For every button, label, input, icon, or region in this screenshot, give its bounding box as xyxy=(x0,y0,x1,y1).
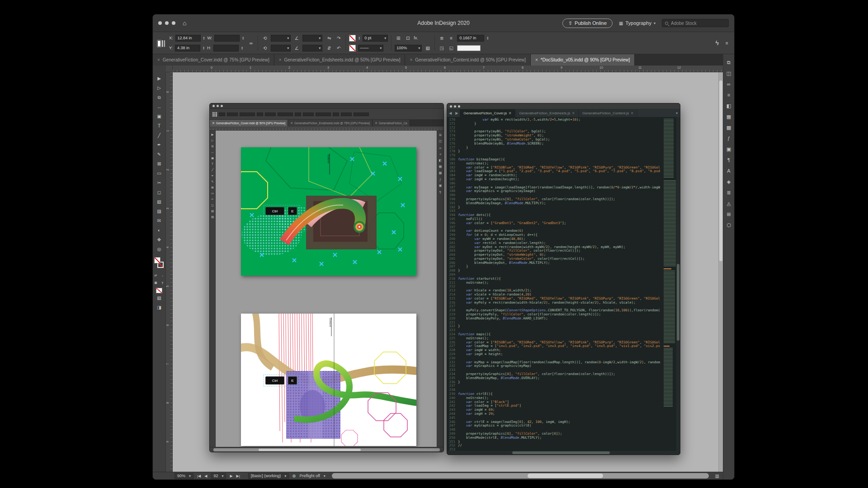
panel-swatches[interactable]: ▦ xyxy=(438,164,443,169)
close-tab-icon[interactable]: × xyxy=(375,121,377,126)
fit-content-icon[interactable]: ⊡ xyxy=(404,35,411,42)
tab-scroll-left-icon[interactable]: ◀ xyxy=(447,109,453,117)
scrollbar-thumb[interactable] xyxy=(528,474,603,478)
screen-mode-icon[interactable]: ◨ xyxy=(153,303,166,312)
mini-control-field[interactable] xyxy=(240,113,255,116)
panel-stroke[interactable]: ≡ xyxy=(724,90,734,99)
close-tab-icon[interactable]: × xyxy=(157,57,160,62)
free-transform-tool[interactable]: ◻ xyxy=(210,202,216,208)
panel-links[interactable]: ∞ xyxy=(724,80,734,89)
fill-swatch[interactable] xyxy=(154,257,160,263)
panel-paragraph-styles[interactable]: ¶ xyxy=(724,155,734,164)
rectangle-tool[interactable]: ▭ xyxy=(210,190,216,196)
code-area[interactable]: 170 var myBG = rect(width/2,-5,width/2+5… xyxy=(447,117,680,451)
scrollbar-thumb[interactable] xyxy=(719,80,722,261)
direct-selection-tool[interactable]: ▷ xyxy=(153,83,166,93)
panel-gradient[interactable]: ▩ xyxy=(724,123,734,132)
wrap-none-icon[interactable]: ◳ xyxy=(438,45,445,52)
home-icon[interactable]: ⌂ xyxy=(183,19,186,27)
scale-y-select[interactable]: ▾ xyxy=(271,45,291,52)
minimize-window-icon[interactable] xyxy=(217,105,219,107)
content-collector-tool[interactable]: ▣ xyxy=(210,155,216,161)
panel-layers[interactable]: ◫ xyxy=(724,69,734,78)
close-tab-icon[interactable]: × xyxy=(631,111,633,116)
page-number-select[interactable]: 92 ▾ xyxy=(211,473,226,479)
height-field[interactable] xyxy=(213,45,239,52)
panel-character-styles[interactable]: A xyxy=(724,166,734,175)
floating-window-title-bar[interactable] xyxy=(210,103,443,109)
floating-document-tab[interactable]: ×GenerativeFiction_Ca xyxy=(373,120,410,127)
previous-page-button[interactable]: ◀ xyxy=(204,474,207,478)
mini-control-field[interactable] xyxy=(219,113,225,116)
zoom-window-icon[interactable] xyxy=(221,105,223,107)
close-tab-icon[interactable]: × xyxy=(509,111,511,116)
code-tab[interactable]: GenerativeFiction_Cover.js× xyxy=(460,109,515,117)
panel-color[interactable]: ◧ xyxy=(724,101,734,110)
minimize-window-icon[interactable] xyxy=(454,105,456,108)
free-transform-tool[interactable]: ◻ xyxy=(153,188,166,197)
pasteboard[interactable]: ×GenerativeFiction_Cover.indd @ 50% [GPU… xyxy=(173,72,723,472)
flip-vertical-icon[interactable]: ⇵ xyxy=(326,45,333,52)
fill-stroke-control[interactable] xyxy=(153,256,166,271)
gap-tool[interactable]: ↔ xyxy=(210,149,216,155)
document-tab[interactable]: ×*DocStudio_v05.indd @ 90% [GPU Preview] xyxy=(531,54,635,66)
code-editor-window[interactable]: ◀ ▶ GenerativeFiction_Cover.js×Generativ… xyxy=(447,103,680,455)
tab-list-menu-icon[interactable]: ▾ xyxy=(674,109,680,117)
next-page-button[interactable]: ▶ xyxy=(230,474,232,478)
stroke-weight-select[interactable]: 0 pt▾ xyxy=(363,35,388,42)
mini-control-field[interactable] xyxy=(303,113,314,116)
scrollbar-thumb[interactable] xyxy=(259,449,360,451)
stock-search-input[interactable]: Adobe Stock xyxy=(662,19,729,27)
color-theme-tool[interactable]: ◐ xyxy=(153,225,166,235)
stroke-style-select[interactable]: ───▾ xyxy=(358,45,383,52)
shear-select[interactable]: ▾ xyxy=(302,45,322,52)
zoom-window-icon[interactable] xyxy=(172,21,175,25)
horizontal-ruler[interactable]: 0123456789101112 xyxy=(173,66,723,72)
code-tab[interactable]: GenerativeFiction_Endsheets.js× xyxy=(515,109,579,117)
zoom-level-select[interactable]: 90% ▾ xyxy=(175,473,193,479)
frame-fitting-icon[interactable]: ⊞ xyxy=(395,35,402,42)
minimize-window-icon[interactable] xyxy=(165,21,169,25)
type-tool[interactable]: T xyxy=(210,161,216,167)
x-position-field[interactable]: 12.84 in xyxy=(175,35,201,42)
chevron-down-icon[interactable]: ▾ xyxy=(324,474,326,478)
panel-object-styles[interactable]: ▣ xyxy=(724,145,734,154)
hand-tool[interactable]: ✥ xyxy=(153,235,166,244)
floating-pasteboard[interactable]: Output Ctrl E xyxy=(216,131,437,447)
mini-control-field[interactable] xyxy=(257,113,263,116)
y-stepper[interactable]: ▲▼ xyxy=(203,46,205,50)
first-page-button[interactable]: |◀ xyxy=(197,474,201,478)
stroke-color-none-swatch[interactable] xyxy=(349,35,356,42)
floating-horizontal-scrollbar[interactable] xyxy=(213,448,440,451)
reference-point-proxy[interactable] xyxy=(156,38,166,48)
pen-tool[interactable]: ✒ xyxy=(210,173,216,178)
zoom-window-icon[interactable] xyxy=(458,105,460,108)
mini-control-field[interactable] xyxy=(295,113,301,116)
mini-control-field[interactable] xyxy=(354,113,369,116)
floating-document-tab[interactable]: ×GenerativeFiction_Cover.indd @ 50% [GPU… xyxy=(210,120,288,127)
scissors-tool[interactable]: ✂ xyxy=(153,178,166,188)
ruler-origin-corner[interactable] xyxy=(166,66,173,72)
page-tool[interactable]: ⧉ xyxy=(153,93,166,102)
reference-point-proxy[interactable] xyxy=(212,112,217,117)
formatting-text-icon[interactable]: T xyxy=(160,280,165,286)
scrollbar-thumb[interactable] xyxy=(512,451,610,454)
gradient-feather-tool[interactable]: ▨ xyxy=(210,214,216,220)
rotate-90-cw-icon[interactable]: ↷ xyxy=(335,35,342,42)
scale-x-select[interactable]: ▾ xyxy=(271,35,291,42)
panel-text-wrap[interactable]: ◬ xyxy=(724,199,734,208)
panel-object-styles[interactable]: ▣ xyxy=(438,183,443,188)
rotate-90-ccw-icon[interactable]: ↶ xyxy=(335,45,342,52)
direct-selection-tool[interactable]: ▷ xyxy=(210,137,216,143)
type-tool[interactable]: T xyxy=(153,121,166,131)
close-tab-icon[interactable]: × xyxy=(212,121,215,126)
document-tab[interactable]: ×GenerativeFiction_Content.indd @ 50% [G… xyxy=(405,54,531,66)
code-vertical-scrollbar[interactable] xyxy=(676,117,680,451)
panel-links[interactable]: ∞ xyxy=(438,145,443,150)
rectangle-tool[interactable]: ▭ xyxy=(153,169,166,178)
selection-tool[interactable]: ▶ xyxy=(210,131,216,137)
content-page-preview[interactable]: Output Ctrl E xyxy=(241,314,416,446)
apply-gradient-icon[interactable]: ▧ xyxy=(153,293,166,303)
zoom-tool[interactable]: ◎ xyxy=(153,244,166,254)
gradient-swatch-tool[interactable]: ▧ xyxy=(210,208,216,214)
